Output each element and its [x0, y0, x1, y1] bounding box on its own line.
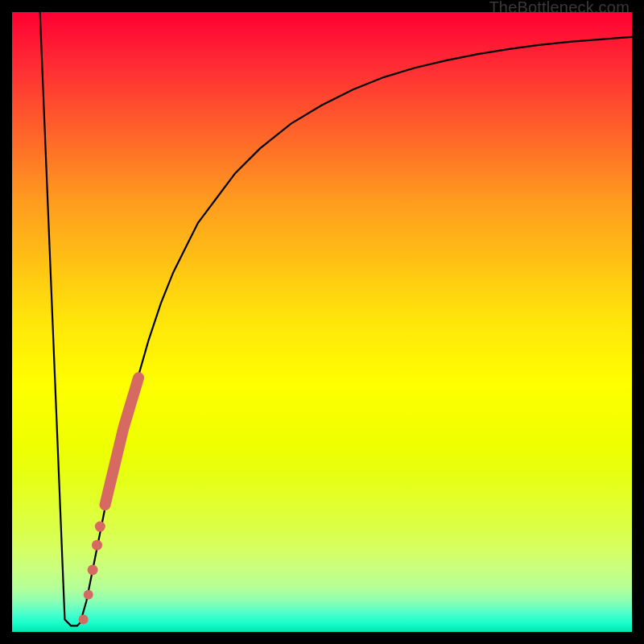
scatter-dot [88, 565, 98, 576]
thick-segment [105, 378, 139, 505]
scatter-dot [92, 540, 102, 551]
chart-container: TheBottleneck.com [0, 0, 644, 644]
curve-layer [12, 12, 632, 632]
plot-area [12, 12, 632, 632]
curve-path [40, 12, 632, 625]
scatter-dot [79, 615, 89, 625]
scatter-dot [84, 590, 93, 600]
scatter-points [79, 378, 139, 624]
bottleneck-curve [40, 12, 632, 625]
scatter-dot [95, 522, 105, 532]
